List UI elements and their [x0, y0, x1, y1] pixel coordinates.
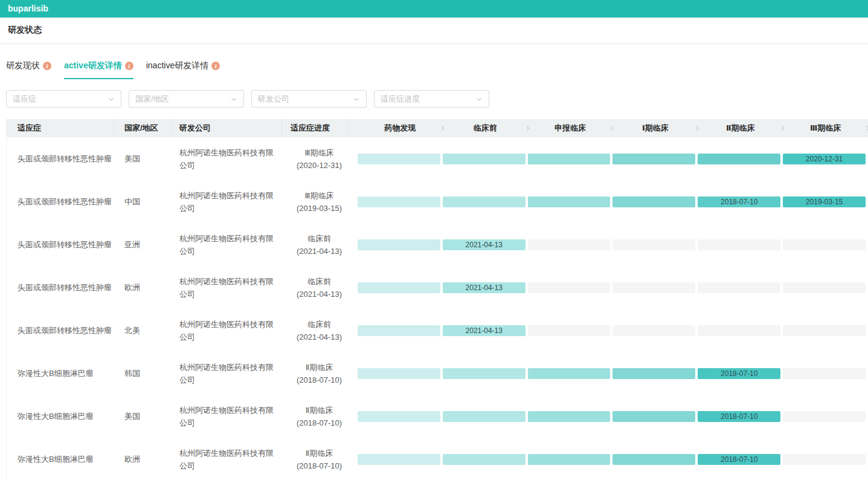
info-icon[interactable]: i [43, 62, 51, 70]
indication-filter-select[interactable]: 适应症 [6, 90, 121, 108]
progress-stage-text: 临床前 [307, 275, 331, 288]
stage-bar [358, 454, 440, 465]
region-cell: 韩国 [114, 352, 173, 395]
stage-bar-cell: 2019-03-15 [783, 196, 868, 207]
progress-cell: 临床前 (2021-04-13) [282, 223, 348, 266]
stage-bar-cell [612, 282, 698, 293]
stage-bar-cell [528, 282, 613, 293]
stage-bar [443, 196, 526, 207]
tab-active-rd-detail[interactable]: active研发详情 i [64, 60, 133, 79]
stage-bar [612, 282, 695, 293]
stage-bar-cell: 2018-07-10 [698, 454, 783, 465]
stage-bar [358, 154, 440, 164]
stage-bar-cell [358, 454, 443, 465]
page-title: 研发状态 [0, 18, 868, 44]
stage-bar-cell [528, 239, 613, 250]
company-cell: 杭州阿诺生物医药科技有限公司 [173, 137, 282, 180]
stage-bar-cell [612, 325, 698, 336]
stage-column-header: 临床前 [443, 123, 528, 134]
stage-bar [528, 154, 611, 164]
stage-bar [612, 325, 695, 336]
pipeline-bars: 2018-07-10 [348, 352, 868, 395]
stage-bar-cell [358, 282, 443, 293]
company-cell: 杭州阿诺生物医药科技有限公司 [173, 180, 282, 223]
stage-column-label: 药物发现 [384, 123, 416, 132]
pipeline-bars: 2018-07-10 [348, 438, 868, 480]
table-row: 弥漫性大B细胞淋巴瘤 欧洲 杭州阿诺生物医药科技有限公司 Ⅱ期临床 (2018-… [7, 438, 868, 480]
stage-bar-cell [612, 154, 698, 164]
stage-bar: 2021-04-13 [443, 325, 526, 336]
pipeline-bars: 2018-07-102019-03-15 [348, 180, 868, 223]
stage-bar-cell [698, 282, 783, 293]
stage-bar-cell [612, 411, 698, 422]
pipeline-table: 适应症 国家/地区 研发公司 适应症进度 药物发现临床前申报临床Ⅰ期临床Ⅱ期临床… [6, 119, 868, 480]
stage-bar [612, 154, 695, 164]
pipeline-bars: 2021-04-13 [348, 266, 868, 309]
stage-bar-cell [443, 368, 528, 379]
stage-bar-cell [783, 411, 868, 422]
stage-bar-cell [698, 154, 783, 164]
column-header-region: 国家/地区 [114, 119, 173, 137]
company-cell: 杭州阿诺生物医药科技有限公司 [173, 438, 282, 480]
stage-bar-cell: 2021-04-13 [443, 325, 528, 336]
region-cell: 美国 [114, 395, 173, 438]
stage-bar-cell [358, 368, 443, 379]
stage-bar [612, 454, 695, 465]
indication-cell: 头面或颈部转移性恶性肿瘤 [7, 180, 114, 223]
tab-rd-status[interactable]: 研发现状 i [6, 60, 51, 79]
progress-cell: Ⅲ期临床 (2019-03-15) [282, 180, 348, 223]
progress-stage-text: 临床前 [307, 318, 331, 331]
stage-bar-cell [358, 196, 443, 207]
progress-cell: Ⅲ期临床 (2020-12-31) [282, 137, 348, 180]
progress-filter-select[interactable]: 适应症进度 [374, 90, 489, 108]
stage-column-label: Ⅰ期临床 [642, 123, 669, 132]
stage-column-label: 临床前 [474, 123, 497, 132]
progress-date-text: (2018-07-10) [297, 417, 342, 429]
region-filter-select[interactable]: 国家/地区 [129, 90, 244, 108]
stage-bar-cell [528, 411, 613, 422]
info-icon[interactable]: i [125, 62, 133, 70]
progress-date-text: (2021-04-13) [297, 245, 342, 258]
stage-column-header: Ⅰ期临床 [612, 123, 698, 134]
stage-bar-cell [698, 325, 783, 336]
stage-bar-cell: 2020-12-31 [783, 154, 868, 164]
region-cell: 欧洲 [114, 266, 173, 309]
stage-bar [783, 239, 866, 250]
stage-bar [443, 154, 526, 164]
stage-bar-cell [358, 325, 443, 336]
pipeline-bars: 2021-04-13 [348, 223, 868, 266]
stage-bar-cell [612, 368, 698, 379]
stage-bar-cell: 2018-07-10 [698, 196, 783, 207]
stage-bar: 2018-07-10 [698, 196, 780, 207]
pipeline-bars: 2021-04-13 [348, 309, 868, 352]
tab-inactive-rd-detail[interactable]: inactive研发详情 i [146, 60, 220, 79]
stage-bar [528, 325, 611, 336]
stage-bar-cell [612, 454, 698, 465]
stage-bar-cell [528, 154, 613, 164]
column-header-progress: 适应症进度 [282, 119, 348, 137]
stage-bar-cell [783, 454, 868, 465]
stage-bar-cell: 2018-07-10 [698, 411, 783, 422]
stage-bar [528, 368, 611, 379]
stage-bar [783, 282, 866, 293]
progress-stage-text: Ⅲ期临床 [305, 189, 334, 202]
progress-date-text: (2018-07-10) [297, 374, 342, 386]
table-row: 头面或颈部转移性恶性肿瘤 欧洲 杭州阿诺生物医药科技有限公司 临床前 (2021… [7, 266, 868, 309]
region-cell: 美国 [114, 137, 173, 180]
stage-bar [443, 368, 526, 379]
tab-label: 研发现状 [6, 60, 40, 71]
indication-cell: 头面或颈部转移性恶性肿瘤 [7, 137, 114, 180]
stage-column-header: Ⅲ期临床 [783, 123, 868, 134]
filter-bar: 适应症 国家/地区 研发公司 适应症进度 [0, 79, 868, 108]
region-cell: 北美 [114, 309, 173, 352]
stage-bar [698, 282, 780, 293]
stage-column-label: Ⅲ期临床 [810, 123, 841, 132]
stage-bar: 2021-04-13 [443, 282, 526, 293]
company-filter-select[interactable]: 研发公司 [251, 90, 367, 108]
stage-bar-cell [783, 368, 868, 379]
indication-cell: 头面或颈部转移性恶性肿瘤 [7, 223, 114, 266]
table-row: 头面或颈部转移性恶性肿瘤 北美 杭州阿诺生物医药科技有限公司 临床前 (2021… [7, 309, 868, 352]
pipeline-bars: 2020-12-31 [348, 137, 868, 180]
info-icon[interactable]: i [211, 62, 220, 70]
stage-bar-cell [528, 454, 613, 465]
